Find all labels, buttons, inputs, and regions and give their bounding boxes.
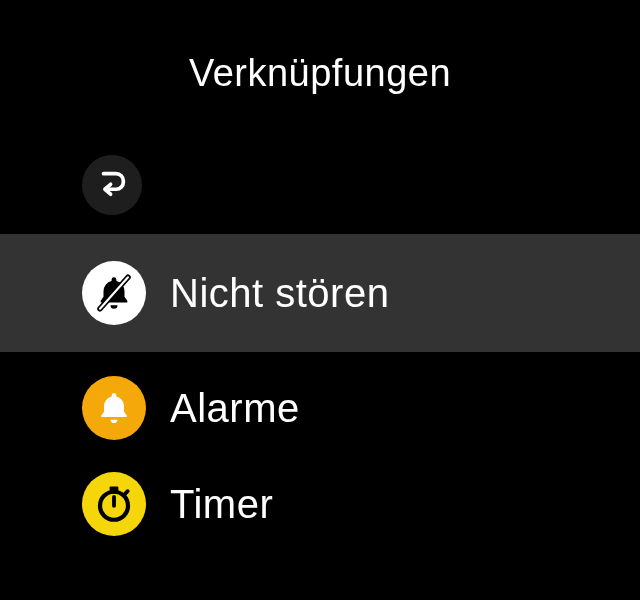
shortcuts-screen: Verknüpfungen Nicht stören — [0, 0, 640, 600]
alarm-bell-icon — [82, 376, 146, 440]
back-arrow-icon — [82, 155, 142, 215]
list-item-back[interactable] — [0, 140, 640, 230]
shortcuts-list: Nicht stören Alarme Timer — [0, 140, 640, 552]
list-item-timer[interactable]: Timer — [0, 456, 640, 552]
list-item-label: Nicht stören — [170, 271, 389, 316]
svg-line-5 — [125, 491, 128, 494]
list-item-label: Alarme — [170, 386, 300, 431]
dnd-icon — [82, 261, 146, 325]
page-title: Verknüpfungen — [0, 52, 640, 95]
list-item-alarms[interactable]: Alarme — [0, 360, 640, 456]
svg-rect-3 — [110, 487, 119, 492]
stopwatch-icon — [82, 472, 146, 536]
list-item-do-not-disturb[interactable]: Nicht stören — [0, 234, 640, 352]
list-item-label: Timer — [170, 482, 273, 527]
